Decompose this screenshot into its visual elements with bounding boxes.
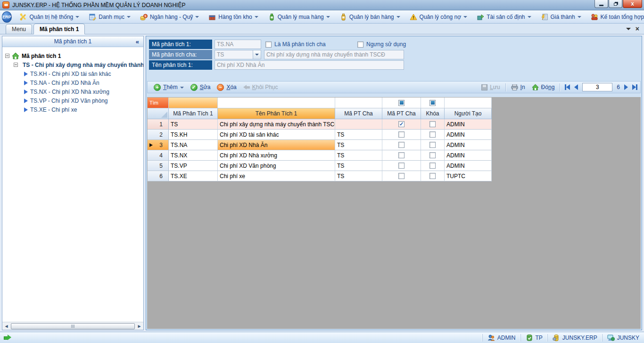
checkbox-icon[interactable] — [265, 41, 272, 48]
checkbox-icon[interactable] — [357, 41, 363, 48]
table-row[interactable]: 6 TS.XE Chi phí xe TS TUPTC — [148, 171, 492, 181]
close-tab-icon[interactable]: × — [636, 25, 639, 32]
column-header-name[interactable]: Tên Phân Tích 1 — [218, 108, 335, 119]
restore-button[interactable] — [609, 0, 622, 8]
column-header-creator[interactable]: Người Tạo — [445, 108, 492, 119]
menu-quan-ly-mua-hang[interactable]: Quản lý mua hàng — [264, 11, 333, 23]
checked-checkbox-icon[interactable] — [398, 121, 405, 127]
first-page-button[interactable] — [565, 84, 570, 90]
table-row[interactable]: 1 TS Chi phí xây dựng nhà máy chuyển thà… — [148, 119, 492, 130]
add-button[interactable]: + Thêm — [150, 82, 187, 92]
column-header-code[interactable]: Mã Phân Tích 1 — [169, 108, 218, 119]
column-header-is-parent[interactable]: Mã PT Cha — [382, 108, 421, 119]
cell-name[interactable]: Chi phí xây dựng nhà máy chuyển thành TS… — [218, 119, 335, 130]
tree-node-ts-na[interactable]: TS.NA - Chi phí XD Nhà Ăn — [2, 78, 143, 87]
tree-node-ts-kh[interactable]: TS.KH - Chi phí XD tài sản khác — [2, 69, 143, 78]
cell-is-parent[interactable] — [382, 161, 421, 171]
column-header-parent[interactable]: Mã PT Cha — [335, 108, 382, 119]
menu-hang-ton-kho[interactable]: Hàng tồn kho — [205, 11, 261, 23]
cell-code[interactable]: TS.NX — [169, 150, 218, 161]
parent-name-field[interactable] — [264, 50, 404, 59]
cell-locked[interactable] — [421, 161, 445, 171]
unchecked-checkbox-icon[interactable] — [429, 163, 436, 169]
minimize-button[interactable] — [594, 0, 608, 8]
cell-name-selected[interactable]: Chi phí XD Nhà Ăn — [218, 140, 335, 150]
tree-node-ts-nx[interactable]: TS.NX - Chi phí XD Nhà xưởng — [2, 87, 143, 96]
cell-parent[interactable]: TS — [335, 140, 382, 150]
menu-tai-san-co-dinh[interactable]: Tài sản cố định — [473, 11, 534, 23]
cell-parent[interactable]: TS — [335, 130, 382, 140]
filter-cell-locked[interactable] — [421, 98, 445, 108]
unchecked-checkbox-icon[interactable] — [398, 163, 405, 169]
restore-button[interactable]: Khôi Phục — [240, 82, 281, 92]
menu-ke-toan-tong-hop[interactable]: Kế toán tổng hợp — [587, 11, 644, 23]
cell-locked[interactable] — [421, 171, 445, 181]
cell-creator[interactable]: ADMIN — [445, 140, 492, 150]
cell-locked[interactable] — [421, 130, 445, 140]
scroll-right-icon[interactable]: ▶ — [136, 323, 143, 330]
cell-locked[interactable] — [421, 119, 445, 130]
code-field[interactable] — [215, 40, 261, 49]
menu-quan-ly-cong-no[interactable]: Quản lý công nợ — [406, 11, 471, 23]
menu-quan-ly-ban-hang[interactable]: Quản lý bán hàng — [336, 11, 404, 23]
unchecked-checkbox-icon[interactable] — [398, 131, 405, 138]
cell-name[interactable]: Chi phí xe — [218, 171, 335, 181]
tab-ma-phan-tich-1[interactable]: Mã phân tích 1 — [33, 24, 85, 34]
cell-creator[interactable]: ADMIN — [445, 130, 492, 140]
cell-is-parent[interactable] — [382, 140, 421, 150]
indeterminate-checkbox-icon[interactable] — [429, 100, 436, 106]
menu-danh-muc[interactable]: Danh mục — [85, 11, 134, 23]
cell-code[interactable]: TS — [169, 119, 218, 130]
unchecked-checkbox-icon[interactable] — [429, 142, 436, 148]
save-button[interactable]: Lưu — [478, 82, 503, 92]
name-field[interactable] — [215, 60, 404, 70]
table-row[interactable]: 5 TS.VP Chi phí XD Văn phòng TS ADMIN — [148, 161, 492, 171]
is-parent-checkbox[interactable]: Là Mã phân tích cha — [265, 40, 326, 49]
cell-parent[interactable] — [335, 119, 382, 130]
scroll-left-icon[interactable]: ◀ — [3, 323, 10, 330]
table-row[interactable]: 2 TS.KH Chi phí XD tài sản khác TS ADMIN — [148, 130, 492, 140]
cell-is-parent[interactable] — [382, 130, 421, 140]
unchecked-checkbox-icon[interactable] — [429, 121, 436, 127]
tree-node-ts-vp[interactable]: TS.VP - Chi phí XD Văn phòng — [2, 96, 143, 105]
cell-parent[interactable]: TS — [335, 150, 382, 161]
filter-cell-name[interactable] — [218, 98, 335, 108]
indeterminate-checkbox-icon[interactable] — [398, 100, 405, 106]
cell-is-parent[interactable] — [382, 150, 421, 161]
cell-name[interactable]: Chi phí XD Nhà xưởng — [218, 150, 335, 161]
unchecked-checkbox-icon[interactable] — [429, 131, 436, 138]
cell-parent[interactable]: TS — [335, 171, 382, 181]
inactive-checkbox[interactable]: Ngưng sử dụng — [357, 40, 406, 49]
close-form-button[interactable]: Đóng — [528, 82, 558, 92]
cell-parent[interactable]: TS — [335, 161, 382, 171]
unchecked-checkbox-icon[interactable] — [429, 152, 436, 158]
prev-page-button[interactable] — [574, 84, 578, 90]
cell-name[interactable]: Chi phí XD Văn phòng — [218, 161, 335, 171]
menu-gia-thanh[interactable]: Giá thành — [537, 11, 585, 23]
erp-logo-button[interactable]: ERP — [2, 11, 12, 23]
grid-corner-cell[interactable] — [148, 108, 169, 119]
cell-creator[interactable]: TUPTC — [445, 171, 492, 181]
edit-button[interactable]: ✓ Sửa — [187, 82, 214, 92]
cell-code[interactable]: TS.KH — [169, 130, 218, 140]
parent-code-dropdown[interactable]: TS — [215, 50, 261, 59]
table-row[interactable]: 4 TS.NX Chi phí XD Nhà xưởng TS ADMIN — [148, 150, 492, 161]
cell-is-parent[interactable] — [382, 119, 421, 130]
menu-ngan-hang-quy[interactable]: $ Ngân hàng - Quỹ — [137, 11, 202, 23]
current-page-input[interactable] — [582, 83, 612, 91]
cell-locked[interactable] — [421, 140, 445, 150]
horizontal-scrollbar[interactable]: ◀ ▶ — [2, 322, 143, 330]
close-button[interactable]: x — [623, 0, 642, 8]
cell-creator[interactable]: ADMIN — [445, 161, 492, 171]
print-button[interactable]: In — [508, 82, 528, 92]
scrollbar-thumb[interactable] — [11, 323, 135, 329]
cell-creator[interactable]: ADMIN — [445, 150, 492, 161]
last-page-button[interactable] — [632, 84, 637, 90]
filter-cell-code[interactable] — [169, 98, 218, 108]
collapse-panel-button[interactable]: « — [136, 38, 139, 45]
filter-cell-is-parent[interactable] — [382, 98, 421, 108]
next-page-button[interactable] — [624, 84, 628, 90]
cell-name[interactable]: Chi phí XD tài sản khác — [218, 130, 335, 140]
unchecked-checkbox-icon[interactable] — [398, 152, 405, 158]
dropdown-button[interactable] — [253, 50, 261, 59]
